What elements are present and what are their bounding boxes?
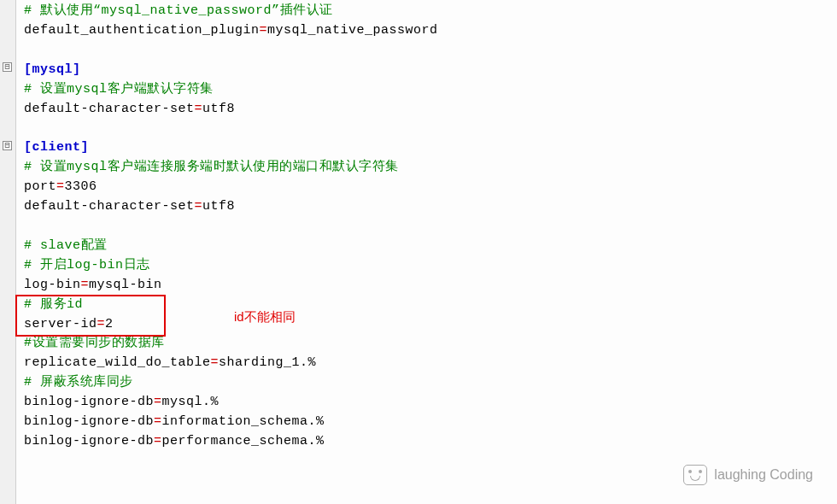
watermark: laughing Coding	[683, 465, 813, 485]
gutter	[0, 0, 16, 504]
code-line: # 默认使用“mysql_native_password”插件认证	[24, 2, 438, 21]
code-line: # slave配置	[24, 237, 438, 256]
annotation-text: id不能相同	[234, 309, 296, 325]
code-line: # 设置mysql客户端默认字符集	[24, 80, 438, 100]
code-line: default_authentication_plugin=mysql_nati…	[24, 21, 438, 41]
code-line	[24, 119, 438, 138]
code-line: log-bin=mysql-bin	[24, 276, 438, 296]
code-line	[24, 41, 438, 61]
wechat-icon	[683, 465, 707, 485]
code-line: binlog-ignore-db=mysql.%	[24, 393, 438, 413]
code-line: [mysql]	[24, 61, 438, 80]
fold-marker[interactable]: ⊟	[3, 141, 12, 150]
code-line: # 开启log-bin日志	[24, 256, 438, 276]
code-line: default-character-set=utf8	[24, 197, 438, 217]
code-line	[24, 217, 438, 237]
code-line: # 设置mysql客户端连接服务端时默认使用的端口和默认字符集	[24, 158, 438, 178]
watermark-text: laughing Coding	[714, 467, 813, 483]
code-area: # 默认使用“mysql_native_password”插件认证default…	[24, 2, 438, 452]
code-line: replicate_wild_do_table=sharding_1.%	[24, 354, 438, 373]
annotation-box	[15, 295, 166, 337]
code-line: # 屏蔽系统库同步	[24, 373, 438, 393]
code-line: [client]	[24, 138, 438, 158]
code-line: #设置需要同步的数据库	[24, 334, 438, 354]
fold-marker[interactable]: ⊟	[3, 62, 12, 72]
code-line: default-character-set=utf8	[24, 100, 438, 120]
code-line: binlog-ignore-db=performance_schema.%	[24, 432, 438, 452]
code-line: port=3306	[24, 178, 438, 197]
code-line: binlog-ignore-db=information_schema.%	[24, 413, 438, 432]
